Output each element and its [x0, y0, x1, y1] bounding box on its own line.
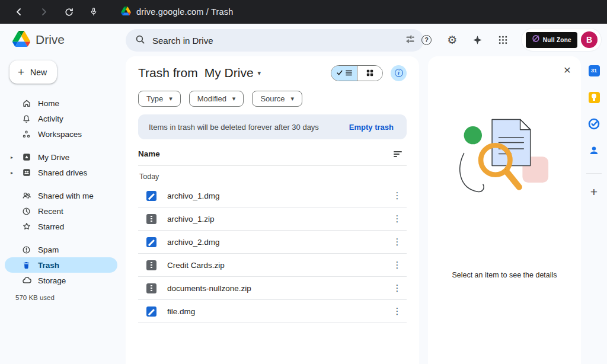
- sidebar-item-my-drive[interactable]: ▸ My Drive: [5, 149, 117, 165]
- details-panel: × Select an item to see the details: [428, 56, 581, 364]
- account-name: Null Zone: [543, 37, 571, 43]
- sidebar-item-home[interactable]: Home: [5, 95, 117, 111]
- microphone-icon[interactable]: [88, 6, 100, 18]
- dmg-file-icon: [146, 306, 156, 317]
- more-options-button[interactable]: ⋮: [389, 303, 405, 320]
- more-options-button[interactable]: ⋮: [389, 234, 405, 250]
- more-options-button[interactable]: ⋮: [389, 280, 405, 296]
- account-pill[interactable]: Null Zone B: [522, 28, 601, 51]
- trash-notice-banner: Items in trash will be deleted forever a…: [138, 114, 407, 139]
- new-button[interactable]: + New: [9, 60, 57, 84]
- forward-icon[interactable]: [38, 6, 50, 18]
- drive-brand[interactable]: Drive: [12, 31, 101, 49]
- sidebar-item-shared-with-me[interactable]: Shared with me: [5, 188, 117, 203]
- settings-gear-icon[interactable]: ⚙: [445, 33, 459, 47]
- sidebar-item-trash[interactable]: Trash: [5, 257, 117, 273]
- calendar-icon[interactable]: 31: [587, 64, 600, 77]
- sidebar-item-storage[interactable]: Storage: [5, 273, 117, 288]
- header-actions: ? ⚙ Null Zone B: [420, 24, 601, 56]
- zip-file-icon: [146, 214, 156, 224]
- sort-icon[interactable]: [394, 151, 405, 157]
- list-view-button[interactable]: [331, 66, 357, 81]
- cloud-icon: [21, 276, 31, 286]
- more-options-button[interactable]: ⋮: [389, 210, 405, 227]
- zip-file-icon: [146, 260, 156, 270]
- workspaces-icon: [21, 129, 31, 139]
- more-vertical-icon: ⋮: [393, 190, 402, 200]
- filter-modified[interactable]: Modified ▾: [189, 91, 244, 107]
- search-options-icon[interactable]: [405, 34, 416, 47]
- close-icon[interactable]: ×: [564, 63, 571, 76]
- clock-icon: [21, 206, 31, 216]
- file-row[interactable]: archivo_2.dmg ⋮: [138, 231, 407, 254]
- back-icon[interactable]: [13, 6, 25, 18]
- address-bar[interactable]: drive.google.com / Trash: [121, 7, 234, 18]
- contacts-icon[interactable]: [587, 144, 600, 157]
- grid-view-button[interactable]: [357, 66, 382, 81]
- my-drive-icon: [21, 152, 31, 162]
- date-group-label: Today: [138, 165, 407, 184]
- nullzone-badge: Null Zone: [526, 32, 577, 48]
- sidebar-item-starred[interactable]: Starred: [5, 219, 117, 234]
- get-add-ons-icon[interactable]: +: [590, 186, 598, 198]
- name-column-header[interactable]: Name: [138, 149, 160, 158]
- filter-source[interactable]: Source ▾: [252, 91, 302, 107]
- search-input[interactable]: Search in Drive: [126, 29, 424, 52]
- filter-chips: Type ▾ Modified ▾ Source ▾: [138, 91, 407, 107]
- browser-topbar: drive.google.com / Trash: [0, 0, 607, 24]
- trash-notice-text: Items in trash will be deleted forever a…: [149, 123, 319, 132]
- drive-logo-icon: [12, 31, 30, 49]
- tasks-icon[interactable]: [587, 117, 600, 130]
- avatar[interactable]: B: [581, 31, 598, 48]
- refresh-icon[interactable]: [63, 6, 75, 18]
- bell-icon: [21, 114, 31, 124]
- chevron-right-icon[interactable]: ▸: [11, 170, 13, 175]
- rail-divider: [586, 173, 602, 174]
- side-panel-rail: 31 +: [581, 56, 607, 364]
- caret-down-icon: ▾: [232, 95, 236, 103]
- list-header: Name: [138, 149, 407, 165]
- help-icon[interactable]: ?: [420, 33, 434, 47]
- more-vertical-icon: ⋮: [393, 283, 402, 293]
- chevron-right-icon[interactable]: ▸: [11, 155, 13, 160]
- check-icon: [337, 70, 343, 76]
- more-vertical-icon: ⋮: [393, 213, 402, 223]
- keep-icon[interactable]: [587, 91, 600, 104]
- gemini-sparkle-icon[interactable]: [471, 33, 485, 47]
- app-header: Drive Search in Drive ? ⚙: [0, 24, 607, 56]
- drive-trash-page: drive.google.com / Trash Drive Search in…: [0, 0, 607, 364]
- caret-down-icon: ▾: [291, 95, 295, 103]
- details-info-button[interactable]: i: [391, 65, 407, 81]
- file-row[interactable]: Credit Cards.zip ⋮: [138, 254, 407, 277]
- shared-with-me-icon: [21, 191, 31, 201]
- storage-used-label: 570 KB used: [15, 294, 124, 301]
- file-row[interactable]: archivo_1.zip ⋮: [138, 207, 407, 231]
- info-icon: i: [395, 69, 403, 77]
- sidebar-item-shared-drives[interactable]: ▸ Shared drives: [5, 165, 117, 180]
- file-row[interactable]: file.dmg ⋮: [138, 300, 407, 323]
- spam-icon: [21, 245, 31, 255]
- google-apps-grid-icon[interactable]: [496, 33, 510, 47]
- dmg-file-icon: [146, 237, 156, 247]
- caret-down-icon: ▾: [258, 69, 261, 77]
- trash-icon: [21, 260, 31, 270]
- sidebar-item-workspaces[interactable]: Workspaces: [5, 126, 117, 142]
- empty-trash-button[interactable]: Empty trash: [347, 123, 396, 132]
- filter-type[interactable]: Type ▾: [138, 91, 181, 107]
- more-vertical-icon: ⋮: [393, 260, 402, 270]
- plus-icon: +: [18, 66, 24, 78]
- sidebar-item-activity[interactable]: Activity: [5, 111, 117, 126]
- sidebar-item-recent[interactable]: Recent: [5, 203, 117, 219]
- sidebar-item-spam[interactable]: Spam: [5, 242, 117, 257]
- more-options-button[interactable]: ⋮: [389, 257, 405, 273]
- more-vertical-icon: ⋮: [393, 306, 402, 316]
- more-vertical-icon: ⋮: [393, 237, 402, 247]
- nullzone-logo-icon: [532, 34, 540, 45]
- more-options-button[interactable]: ⋮: [389, 187, 405, 204]
- search-icon: [135, 34, 145, 47]
- grid-icon: [366, 69, 373, 76]
- file-row[interactable]: archivo_1.dmg ⋮: [138, 184, 407, 207]
- file-row[interactable]: documents-nullzone.zip ⋮: [138, 277, 407, 300]
- location-dropdown[interactable]: My Drive ▾: [205, 66, 261, 80]
- zip-file-icon: [146, 283, 156, 293]
